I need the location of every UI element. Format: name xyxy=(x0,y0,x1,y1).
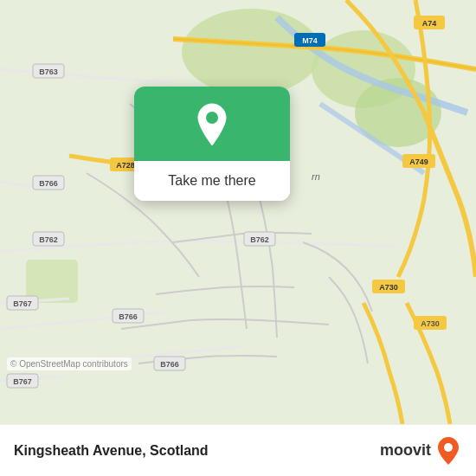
svg-text:A74: A74 xyxy=(422,19,437,28)
svg-text:B763: B763 xyxy=(39,68,58,76)
popup-card: Take me there xyxy=(134,87,290,201)
moovit-logo: moovit xyxy=(380,435,462,466)
svg-text:B766: B766 xyxy=(160,360,179,369)
place-info: Kingsheath Avenue, Scotland xyxy=(14,443,209,459)
map-attribution: © OpenStreetMap contributors xyxy=(7,357,132,370)
popup-header xyxy=(134,87,290,161)
svg-text:B766: B766 xyxy=(39,179,58,188)
take-me-there-button[interactable]: Take me there xyxy=(134,161,290,201)
place-name: Kingsheath Avenue, Scotland xyxy=(14,443,209,459)
svg-point-34 xyxy=(206,112,218,124)
svg-text:B762: B762 xyxy=(250,235,269,244)
svg-text:B767: B767 xyxy=(13,377,32,386)
svg-text:B766: B766 xyxy=(119,312,138,321)
svg-text:A728: A728 xyxy=(116,161,135,170)
location-pin-icon xyxy=(191,104,233,145)
brand-name: moovit xyxy=(380,441,431,460)
svg-point-35 xyxy=(444,443,453,452)
svg-text:A730: A730 xyxy=(421,319,440,328)
svg-point-1 xyxy=(182,9,320,95)
svg-text:B767: B767 xyxy=(13,299,32,308)
svg-text:A730: A730 xyxy=(379,283,398,292)
svg-text:M74: M74 xyxy=(302,36,318,45)
map-container: A74 M74 A749 B763 A728 B766 B762 B762 B7… xyxy=(0,0,476,424)
svg-text:A749: A749 xyxy=(409,158,428,166)
bottom-bar: Kingsheath Avenue, Scotland moovit xyxy=(0,424,476,476)
moovit-pin-icon xyxy=(434,435,462,466)
svg-text:rn: rn xyxy=(312,171,320,182)
svg-text:B762: B762 xyxy=(39,235,58,244)
